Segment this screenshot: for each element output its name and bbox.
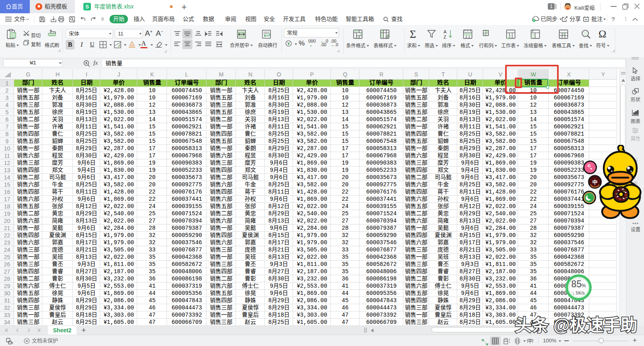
svg-text:Z: Z (444, 35, 446, 39)
svg-text:中: 中 (592, 179, 597, 185)
svg-text:*: * (532, 29, 534, 33)
svg-text:A: A (444, 29, 447, 34)
svg-text:S: S (85, 4, 89, 10)
